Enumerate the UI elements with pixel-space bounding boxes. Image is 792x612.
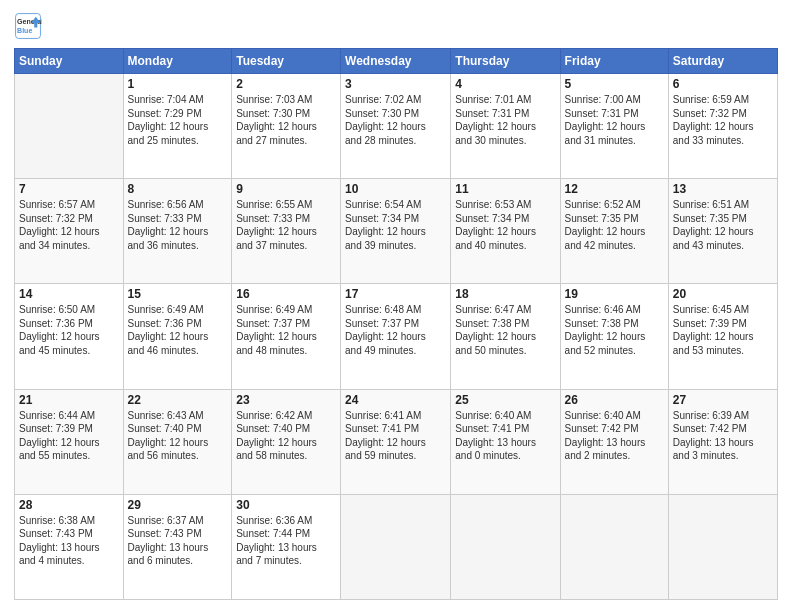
calendar-cell: 20Sunrise: 6:45 AMSunset: 7:39 PMDayligh… [668,284,777,389]
day-number: 12 [565,182,664,196]
calendar-cell: 8Sunrise: 6:56 AMSunset: 7:33 PMDaylight… [123,179,232,284]
day-info: Sunrise: 6:48 AMSunset: 7:37 PMDaylight:… [345,303,446,357]
header: General Blue [14,12,778,40]
day-number: 3 [345,77,446,91]
day-number: 13 [673,182,773,196]
day-info: Sunrise: 6:54 AMSunset: 7:34 PMDaylight:… [345,198,446,252]
calendar-cell: 26Sunrise: 6:40 AMSunset: 7:42 PMDayligh… [560,389,668,494]
calendar-table: SundayMondayTuesdayWednesdayThursdayFrid… [14,48,778,600]
col-header-tuesday: Tuesday [232,49,341,74]
calendar-cell: 18Sunrise: 6:47 AMSunset: 7:38 PMDayligh… [451,284,560,389]
calendar-cell: 29Sunrise: 6:37 AMSunset: 7:43 PMDayligh… [123,494,232,599]
calendar-cell: 5Sunrise: 7:00 AMSunset: 7:31 PMDaylight… [560,74,668,179]
day-info: Sunrise: 6:51 AMSunset: 7:35 PMDaylight:… [673,198,773,252]
day-info: Sunrise: 6:49 AMSunset: 7:36 PMDaylight:… [128,303,228,357]
day-number: 19 [565,287,664,301]
calendar-cell [15,74,124,179]
day-info: Sunrise: 6:40 AMSunset: 7:42 PMDaylight:… [565,409,664,463]
calendar-cell: 27Sunrise: 6:39 AMSunset: 7:42 PMDayligh… [668,389,777,494]
calendar-cell: 21Sunrise: 6:44 AMSunset: 7:39 PMDayligh… [15,389,124,494]
logo: General Blue [14,12,46,40]
col-header-friday: Friday [560,49,668,74]
day-info: Sunrise: 6:53 AMSunset: 7:34 PMDaylight:… [455,198,555,252]
day-number: 27 [673,393,773,407]
calendar-cell: 22Sunrise: 6:43 AMSunset: 7:40 PMDayligh… [123,389,232,494]
col-header-thursday: Thursday [451,49,560,74]
day-number: 29 [128,498,228,512]
calendar-cell: 25Sunrise: 6:40 AMSunset: 7:41 PMDayligh… [451,389,560,494]
calendar-cell [668,494,777,599]
day-number: 28 [19,498,119,512]
calendar-cell: 11Sunrise: 6:53 AMSunset: 7:34 PMDayligh… [451,179,560,284]
day-info: Sunrise: 6:49 AMSunset: 7:37 PMDaylight:… [236,303,336,357]
col-header-wednesday: Wednesday [341,49,451,74]
day-number: 25 [455,393,555,407]
day-number: 9 [236,182,336,196]
day-number: 16 [236,287,336,301]
day-info: Sunrise: 7:04 AMSunset: 7:29 PMDaylight:… [128,93,228,147]
day-info: Sunrise: 6:40 AMSunset: 7:41 PMDaylight:… [455,409,555,463]
day-number: 7 [19,182,119,196]
calendar-cell: 2Sunrise: 7:03 AMSunset: 7:30 PMDaylight… [232,74,341,179]
day-info: Sunrise: 6:36 AMSunset: 7:44 PMDaylight:… [236,514,336,568]
col-header-monday: Monday [123,49,232,74]
day-number: 20 [673,287,773,301]
calendar-week-row: 7Sunrise: 6:57 AMSunset: 7:32 PMDaylight… [15,179,778,284]
calendar-cell: 24Sunrise: 6:41 AMSunset: 7:41 PMDayligh… [341,389,451,494]
svg-text:Blue: Blue [17,27,32,34]
calendar-cell: 28Sunrise: 6:38 AMSunset: 7:43 PMDayligh… [15,494,124,599]
calendar-cell: 10Sunrise: 6:54 AMSunset: 7:34 PMDayligh… [341,179,451,284]
calendar-cell: 3Sunrise: 7:02 AMSunset: 7:30 PMDaylight… [341,74,451,179]
day-info: Sunrise: 6:37 AMSunset: 7:43 PMDaylight:… [128,514,228,568]
day-info: Sunrise: 6:47 AMSunset: 7:38 PMDaylight:… [455,303,555,357]
day-info: Sunrise: 7:02 AMSunset: 7:30 PMDaylight:… [345,93,446,147]
day-info: Sunrise: 7:01 AMSunset: 7:31 PMDaylight:… [455,93,555,147]
col-header-sunday: Sunday [15,49,124,74]
day-info: Sunrise: 6:43 AMSunset: 7:40 PMDaylight:… [128,409,228,463]
day-info: Sunrise: 6:56 AMSunset: 7:33 PMDaylight:… [128,198,228,252]
day-info: Sunrise: 6:57 AMSunset: 7:32 PMDaylight:… [19,198,119,252]
day-info: Sunrise: 6:45 AMSunset: 7:39 PMDaylight:… [673,303,773,357]
page: General Blue SundayMondayTuesdayWednesda… [0,0,792,612]
calendar-cell: 17Sunrise: 6:48 AMSunset: 7:37 PMDayligh… [341,284,451,389]
calendar-cell [341,494,451,599]
calendar-cell: 7Sunrise: 6:57 AMSunset: 7:32 PMDaylight… [15,179,124,284]
day-info: Sunrise: 6:46 AMSunset: 7:38 PMDaylight:… [565,303,664,357]
calendar-cell: 16Sunrise: 6:49 AMSunset: 7:37 PMDayligh… [232,284,341,389]
calendar-cell: 6Sunrise: 6:59 AMSunset: 7:32 PMDaylight… [668,74,777,179]
calendar-cell: 9Sunrise: 6:55 AMSunset: 7:33 PMDaylight… [232,179,341,284]
day-number: 14 [19,287,119,301]
day-number: 8 [128,182,228,196]
day-number: 17 [345,287,446,301]
day-number: 23 [236,393,336,407]
calendar-cell [451,494,560,599]
calendar-header-row: SundayMondayTuesdayWednesdayThursdayFrid… [15,49,778,74]
calendar-cell: 12Sunrise: 6:52 AMSunset: 7:35 PMDayligh… [560,179,668,284]
day-info: Sunrise: 6:59 AMSunset: 7:32 PMDaylight:… [673,93,773,147]
day-info: Sunrise: 6:55 AMSunset: 7:33 PMDaylight:… [236,198,336,252]
logo-icon: General Blue [14,12,42,40]
day-info: Sunrise: 6:42 AMSunset: 7:40 PMDaylight:… [236,409,336,463]
calendar-week-row: 21Sunrise: 6:44 AMSunset: 7:39 PMDayligh… [15,389,778,494]
day-info: Sunrise: 6:44 AMSunset: 7:39 PMDaylight:… [19,409,119,463]
day-number: 24 [345,393,446,407]
day-info: Sunrise: 6:52 AMSunset: 7:35 PMDaylight:… [565,198,664,252]
calendar-week-row: 28Sunrise: 6:38 AMSunset: 7:43 PMDayligh… [15,494,778,599]
day-info: Sunrise: 6:41 AMSunset: 7:41 PMDaylight:… [345,409,446,463]
day-number: 1 [128,77,228,91]
day-number: 18 [455,287,555,301]
calendar-cell: 23Sunrise: 6:42 AMSunset: 7:40 PMDayligh… [232,389,341,494]
day-info: Sunrise: 7:00 AMSunset: 7:31 PMDaylight:… [565,93,664,147]
calendar-cell [560,494,668,599]
day-number: 6 [673,77,773,91]
day-number: 21 [19,393,119,407]
day-number: 22 [128,393,228,407]
day-info: Sunrise: 6:39 AMSunset: 7:42 PMDaylight:… [673,409,773,463]
day-number: 30 [236,498,336,512]
day-number: 10 [345,182,446,196]
day-number: 5 [565,77,664,91]
calendar-cell: 19Sunrise: 6:46 AMSunset: 7:38 PMDayligh… [560,284,668,389]
day-info: Sunrise: 7:03 AMSunset: 7:30 PMDaylight:… [236,93,336,147]
calendar-week-row: 1Sunrise: 7:04 AMSunset: 7:29 PMDaylight… [15,74,778,179]
calendar-week-row: 14Sunrise: 6:50 AMSunset: 7:36 PMDayligh… [15,284,778,389]
